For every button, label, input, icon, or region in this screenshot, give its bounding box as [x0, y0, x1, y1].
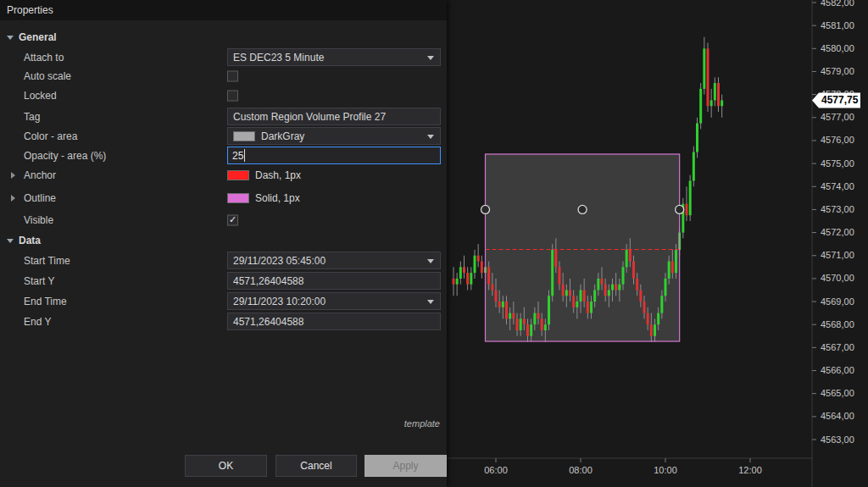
end-y-value: 4571,26404588: [233, 316, 303, 328]
price-axis-label: 4582,00: [821, 0, 854, 8]
section-data-label: Data: [19, 235, 41, 246]
region-handle[interactable]: [481, 205, 490, 213]
price-axis-label: 4567,00: [821, 342, 854, 352]
price-axis-label: 4572,00: [821, 227, 854, 237]
expand-arrow-icon[interactable]: [11, 195, 15, 202]
locked-label: Locked: [24, 90, 57, 102]
ok-button[interactable]: OK: [185, 455, 267, 477]
time-axis-label: 06:00: [484, 465, 508, 475]
start-time-value: 29/11/2023 05:45:00: [233, 255, 326, 267]
auto-scale-label: Auto scale: [24, 70, 71, 82]
color-area-label: Color - area: [24, 130, 77, 142]
time-axis-label: 10:00: [654, 465, 677, 475]
template-link[interactable]: template: [404, 418, 440, 429]
tag-label: Tag: [24, 111, 40, 123]
expand-arrow-icon[interactable]: [11, 172, 15, 179]
chart-panel: 4582,004581,004580,004579,004578,004577,…: [447, 0, 868, 487]
price-axis-label: 4577,00: [821, 112, 854, 122]
opacity-area-label: Opacity - area (%): [24, 150, 106, 162]
price-axis-label: 4579,00: [821, 66, 854, 76]
section-data[interactable]: Data: [7, 234, 41, 247]
start-y-label: Start Y: [24, 275, 54, 287]
locked-checkbox[interactable]: [227, 91, 238, 102]
section-general-label: General: [19, 31, 57, 43]
price-axis-label: 4574,00: [821, 181, 854, 191]
tag-field[interactable]: Custom Region Volume Profile 27: [227, 108, 441, 125]
price-chart[interactable]: 4582,004581,004580,004579,004578,004577,…: [447, 0, 868, 487]
visible-checkbox[interactable]: [227, 215, 238, 226]
outline-stroke-value[interactable]: Solid, 1px: [227, 191, 441, 206]
anchor-stroke-value[interactable]: Dash, 1px: [227, 168, 441, 183]
end-y-field[interactable]: 4571,26404588: [227, 313, 441, 330]
visible-label: Visible: [24, 214, 53, 226]
price-axis-label: 4576,00: [821, 135, 854, 145]
price-axis-label: 4570,00: [821, 273, 854, 283]
outline-stroke-label: Solid, 1px: [255, 192, 300, 204]
cancel-button[interactable]: Cancel: [275, 455, 357, 477]
region-handle[interactable]: [578, 205, 587, 213]
dialog-titlebar[interactable]: Properties: [0, 0, 447, 20]
opacity-area-input[interactable]: [227, 147, 441, 164]
color-area-value: DarkGray: [261, 130, 304, 142]
price-axis-label: 4569,00: [821, 296, 854, 307]
end-time-value: 29/11/2023 10:20:00: [233, 296, 326, 307]
price-axis-label: 4565,00: [821, 388, 854, 398]
end-y-label: End Y: [24, 316, 51, 328]
end-time-label: End Time: [24, 296, 67, 307]
start-y-field[interactable]: 4571,26404588: [227, 272, 441, 290]
last-price-label: 4577,75: [821, 94, 859, 106]
time-axis-label: 08:00: [569, 465, 593, 475]
chevron-down-icon: [427, 56, 434, 60]
attach-to-value: ES DEC23 5 Minute: [233, 52, 324, 64]
section-general[interactable]: General: [7, 30, 57, 44]
color-area-swatch: [233, 131, 255, 141]
price-axis-label: 4568,00: [821, 319, 854, 329]
price-axis-label: 4575,00: [821, 158, 854, 169]
chevron-down-icon: [427, 300, 434, 304]
price-axis-label: 4581,00: [821, 20, 854, 30]
anchor-label: Anchor: [24, 169, 56, 181]
properties-dialog: Properties General Attach to ES DEC23 5 …: [0, 0, 447, 487]
time-axis-label: 12:00: [738, 465, 762, 475]
price-axis-label: 4563,00: [821, 434, 854, 445]
start-y-value: 4571,26404588: [233, 275, 303, 287]
auto-scale-checkbox[interactable]: [227, 71, 238, 82]
text-caret: [244, 149, 245, 162]
start-time-select[interactable]: 29/11/2023 05:45:00: [227, 252, 441, 269]
region-handle[interactable]: [676, 205, 684, 213]
price-axis-label: 4571,00: [821, 250, 854, 260]
attach-to-label: Attach to: [24, 52, 64, 64]
end-time-select[interactable]: 29/11/2023 10:20:00: [227, 292, 441, 310]
outline-color-swatch: [227, 193, 249, 203]
tag-value: Custom Region Volume Profile 27: [233, 111, 386, 123]
collapse-arrow-icon: [7, 36, 14, 40]
price-axis-label: 4573,00: [821, 204, 854, 214]
dialog-title: Properties: [7, 4, 53, 16]
price-axis-label: 4580,00: [821, 43, 854, 53]
collapse-arrow-icon: [7, 239, 14, 243]
color-area-select[interactable]: DarkGray: [227, 127, 441, 145]
apply-button[interactable]: Apply: [364, 455, 447, 477]
outline-label: Outline: [24, 192, 56, 204]
anchor-stroke-label: Dash, 1px: [255, 169, 301, 181]
attach-to-select[interactable]: ES DEC23 5 Minute: [227, 48, 441, 66]
anchor-color-swatch: [227, 170, 249, 180]
chevron-down-icon: [427, 259, 434, 263]
start-time-label: Start Time: [24, 255, 70, 267]
price-axis-label: 4564,00: [821, 411, 854, 421]
price-axis-label: 4566,00: [821, 365, 854, 375]
chevron-down-icon: [427, 135, 434, 139]
